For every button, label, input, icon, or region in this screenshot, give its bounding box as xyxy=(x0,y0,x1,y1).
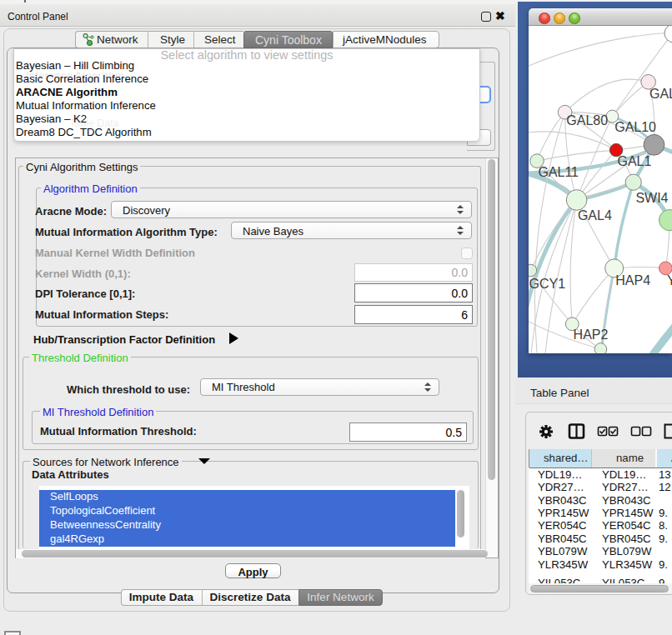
svg-text:GAL10: GAL10 xyxy=(614,120,656,134)
svg-text:GAL11: GAL11 xyxy=(538,165,579,179)
svg-text:GAL1: GAL1 xyxy=(618,154,652,168)
svg-text:GCY1: GCY1 xyxy=(529,277,566,291)
svg-text:SWI4: SWI4 xyxy=(635,191,668,205)
svg-text:Y: Y xyxy=(667,273,672,288)
svg-text:HAP2: HAP2 xyxy=(574,328,609,342)
svg-text:HAP4: HAP4 xyxy=(615,273,650,288)
svg-text:GAL80: GAL80 xyxy=(566,113,608,128)
svg-text:GAL7: GAL7 xyxy=(649,87,672,101)
svg-text:GAL4: GAL4 xyxy=(578,208,612,222)
